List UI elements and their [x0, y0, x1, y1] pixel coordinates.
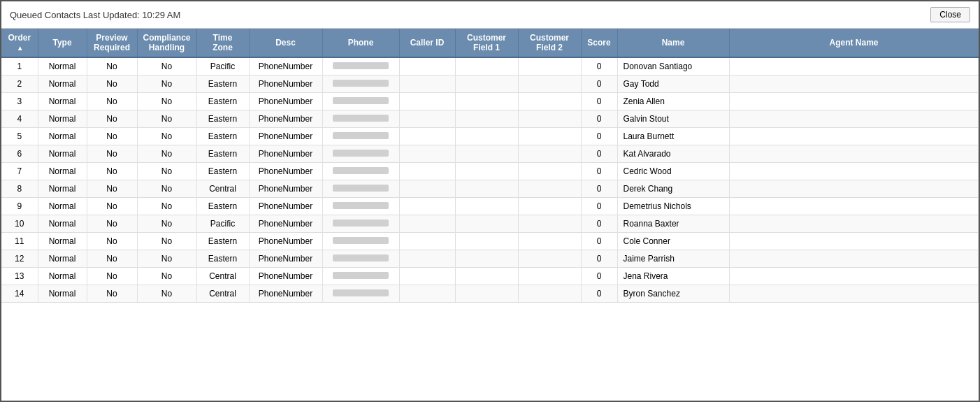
cell-name: Kat Alvarado: [617, 145, 729, 163]
cell-agent: [729, 215, 979, 233]
col-header-compliance[interactable]: Compliance Handling: [137, 29, 196, 57]
cell-type: Normal: [38, 93, 87, 110]
cell-desc: PhoneNumber: [249, 163, 322, 180]
cell-agent: [729, 93, 979, 110]
cell-timezone: Eastern: [196, 93, 249, 110]
table-row[interactable]: 12NormalNoNoEasternPhoneNumber0Jaime Par…: [1, 250, 979, 268]
table-body: 1NormalNoNoPacificPhoneNumber0Donovan Sa…: [1, 57, 979, 303]
cell-phone: [322, 128, 399, 145]
cell-preview: No: [87, 145, 137, 163]
cell-preview: No: [87, 180, 137, 198]
cell-compliance: No: [137, 268, 196, 285]
col-header-score[interactable]: Score: [581, 29, 617, 57]
cell-agent: [729, 57, 979, 76]
cell-order: 11: [1, 233, 38, 250]
cell-score: 0: [581, 145, 617, 163]
cell-order: 1: [1, 57, 38, 76]
cell-preview: No: [87, 128, 137, 145]
cell-desc: PhoneNumber: [249, 250, 322, 268]
table-row[interactable]: 11NormalNoNoEasternPhoneNumber0Cole Conn…: [1, 233, 979, 250]
col-header-cf2[interactable]: Customer Field 2: [518, 29, 581, 57]
col-header-order[interactable]: Order ▲: [1, 29, 38, 57]
cell-phone: [322, 57, 399, 76]
cell-cf1: [455, 145, 518, 163]
cell-cf2: [518, 110, 581, 128]
cell-type: Normal: [38, 215, 87, 233]
col-header-phone[interactable]: Phone: [322, 29, 399, 57]
table-row[interactable]: 10NormalNoNoPacificPhoneNumber0Roanna Ba…: [1, 215, 979, 233]
cell-desc: PhoneNumber: [249, 76, 322, 93]
cell-desc: PhoneNumber: [249, 93, 322, 110]
cell-cf2: [518, 57, 581, 76]
col-header-preview[interactable]: Preview Required: [87, 29, 137, 57]
close-button[interactable]: Close: [930, 7, 970, 22]
col-header-name[interactable]: Name: [617, 29, 729, 57]
phone-blur-icon: [333, 185, 389, 192]
cell-order: 2: [1, 76, 38, 93]
cell-name: Byron Sanchez: [617, 285, 729, 303]
table-row[interactable]: 13NormalNoNoCentralPhoneNumber0Jena Rive…: [1, 268, 979, 285]
cell-callerid: [399, 268, 455, 285]
cell-phone: [322, 233, 399, 250]
cell-cf1: [455, 76, 518, 93]
col-header-timezone[interactable]: Time Zone: [196, 29, 249, 57]
cell-phone: [322, 198, 399, 215]
cell-type: Normal: [38, 76, 87, 93]
cell-timezone: Eastern: [196, 233, 249, 250]
cell-order: 10: [1, 215, 38, 233]
cell-compliance: No: [137, 250, 196, 268]
cell-score: 0: [581, 180, 617, 198]
table-row[interactable]: 4NormalNoNoEasternPhoneNumber0Galvin Sto…: [1, 110, 979, 128]
cell-cf2: [518, 268, 581, 285]
col-header-cf1[interactable]: Customer Field 1: [455, 29, 518, 57]
cell-phone: [322, 180, 399, 198]
col-header-callerid[interactable]: Caller ID: [399, 29, 455, 57]
table-row[interactable]: 5NormalNoNoEasternPhoneNumber0Laura Burn…: [1, 128, 979, 145]
cell-agent: [729, 110, 979, 128]
table-row[interactable]: 3NormalNoNoEasternPhoneNumber0Zenia Alle…: [1, 93, 979, 110]
table-row[interactable]: 1NormalNoNoPacificPhoneNumber0Donovan Sa…: [1, 57, 979, 76]
cell-callerid: [399, 250, 455, 268]
cell-compliance: No: [137, 93, 196, 110]
cell-phone: [322, 250, 399, 268]
cell-order: 14: [1, 285, 38, 303]
cell-cf1: [455, 268, 518, 285]
sort-arrow-icon: ▲: [17, 44, 24, 52]
phone-blur-icon: [333, 150, 389, 157]
cell-type: Normal: [38, 250, 87, 268]
cell-agent: [729, 145, 979, 163]
table-row[interactable]: 14NormalNoNoCentralPhoneNumber0Byron San…: [1, 285, 979, 303]
cell-desc: PhoneNumber: [249, 233, 322, 250]
phone-blur-icon: [333, 237, 389, 244]
cell-agent: [729, 268, 979, 285]
cell-type: Normal: [38, 57, 87, 76]
col-header-desc[interactable]: Desc: [249, 29, 322, 57]
cell-agent: [729, 163, 979, 180]
cell-cf2: [518, 76, 581, 93]
cell-callerid: [399, 110, 455, 128]
cell-score: 0: [581, 128, 617, 145]
page-title: Queued Contacts Last Updated: 10:29 AM: [10, 10, 180, 20]
cell-score: 0: [581, 250, 617, 268]
cell-preview: No: [87, 215, 137, 233]
cell-compliance: No: [137, 285, 196, 303]
cell-preview: No: [87, 233, 137, 250]
cell-timezone: Pacific: [196, 215, 249, 233]
phone-blur-icon: [333, 202, 389, 209]
cell-cf2: [518, 128, 581, 145]
table-row[interactable]: 6NormalNoNoEasternPhoneNumber0Kat Alvara…: [1, 145, 979, 163]
cell-type: Normal: [38, 233, 87, 250]
cell-timezone: Central: [196, 180, 249, 198]
table-row[interactable]: 9NormalNoNoEasternPhoneNumber0Demetrius …: [1, 198, 979, 215]
cell-desc: PhoneNumber: [249, 128, 322, 145]
cell-timezone: Eastern: [196, 128, 249, 145]
table-row[interactable]: 8NormalNoNoCentralPhoneNumber0Derek Chan…: [1, 180, 979, 198]
cell-compliance: No: [137, 233, 196, 250]
cell-name: Jaime Parrish: [617, 250, 729, 268]
col-header-type[interactable]: Type: [38, 29, 87, 57]
table-row[interactable]: 2NormalNoNoEasternPhoneNumber0Gay Todd: [1, 76, 979, 93]
cell-name: Gay Todd: [617, 76, 729, 93]
table-row[interactable]: 7NormalNoNoEasternPhoneNumber0Cedric Woo…: [1, 163, 979, 180]
col-header-agent[interactable]: Agent Name: [729, 29, 979, 57]
cell-score: 0: [581, 57, 617, 76]
